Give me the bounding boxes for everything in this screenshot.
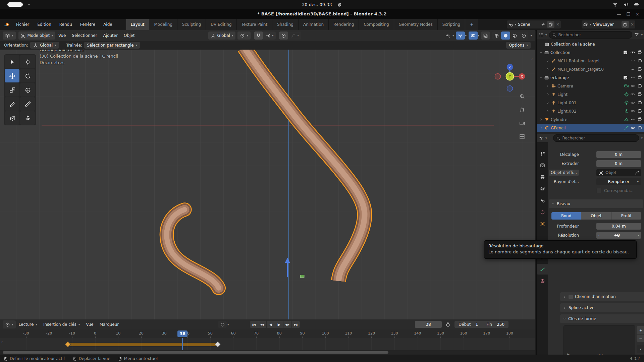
workspace-tab-layout[interactable]: Layout [126, 19, 150, 30]
toggle-grid-icon[interactable] [517, 131, 527, 141]
transform-orientation-dropdown[interactable]: Global▾ [208, 32, 236, 40]
volume-icon[interactable] [623, 2, 629, 7]
outliner-item-label[interactable]: Cylindre [551, 117, 623, 122]
new-viewlayer-button[interactable] [622, 21, 629, 28]
rotate-tool-button[interactable] [20, 69, 35, 82]
camera-render-icon[interactable] [638, 92, 643, 97]
properties-tab-object-data[interactable] [537, 264, 548, 275]
property-slider-extruder[interactable]: 0 m [596, 160, 641, 167]
system-tray[interactable] [612, 0, 639, 9]
jump-start-button[interactable]: ▮◀ [250, 321, 258, 328]
outliner-item-label[interactable]: Collection de la scène [551, 42, 641, 47]
minimize-button[interactable]: — [616, 12, 621, 17]
viewlayer-name[interactable]: ViewLayer [593, 22, 620, 27]
workspace-tab-geometry-nodes[interactable]: Geometry Nodes [394, 19, 438, 30]
navigation-gizmo[interactable]: Z X Y [490, 57, 529, 96]
current-frame-field[interactable]: 38 [415, 321, 442, 328]
drag-mode-dropdown[interactable]: Sélection par rectangle ▾ [84, 42, 140, 49]
auto-keying-toggle[interactable] [218, 321, 227, 328]
channel-expand-arrow[interactable]: › [1, 340, 3, 344]
properties-tab-tool[interactable] [537, 148, 548, 159]
bevel-panel-header[interactable]: Biseau [549, 199, 643, 208]
panel-section-chemin-d-animation[interactable]: Chemin d’animation:::: [560, 292, 644, 301]
proportional-editing-toggle[interactable] [279, 32, 288, 40]
workspace-tab-uv-editing[interactable]: UV Editing [206, 19, 237, 30]
expand-icon[interactable] [546, 84, 550, 88]
play-reverse-button[interactable]: ◀ [267, 321, 275, 328]
battery-icon[interactable] [634, 2, 639, 7]
frame-end-field[interactable]: Fin250 [482, 322, 508, 327]
viewport-menu-sélectionner[interactable]: Sélectionner [69, 33, 100, 38]
system-clock-area[interactable]: 30 déc. 09:33 [0, 0, 644, 9]
expand-icon[interactable] [546, 109, 550, 113]
add-cube-tool-button[interactable] [5, 111, 19, 125]
collapse-icon[interactable] [539, 76, 543, 79]
next-keyframe-button[interactable]: ◆▶ [283, 321, 291, 328]
jump-end-button[interactable]: ▶▮ [292, 321, 300, 328]
transform-tool-button[interactable] [20, 83, 35, 97]
scene-name[interactable]: Scene [518, 22, 539, 27]
pan-hand-icon[interactable] [517, 105, 527, 115]
xray-toggle[interactable] [481, 32, 490, 40]
outliner-item-label[interactable]: GPencil [551, 126, 623, 130]
workspace-tab-animation[interactable]: Animation [299, 19, 329, 30]
outliner-row-eclairage[interactable]: eclairage [537, 73, 644, 82]
playhead-badge[interactable]: 38 [177, 330, 187, 337]
properties-tab-material[interactable] [537, 276, 548, 286]
cursor-tool-button[interactable] [20, 55, 35, 68]
close-button[interactable]: ✕ [636, 12, 639, 17]
outliner-row-collection-de-la-sc-ne[interactable]: Collection de la scène [537, 40, 644, 48]
viewlayer-selector[interactable]: ▾ ViewLayer ✕ [582, 20, 635, 28]
new-scene-button[interactable] [547, 21, 554, 28]
filter-icon[interactable] [634, 33, 639, 37]
keyframe-diamond[interactable] [65, 341, 71, 347]
properties-tab-output[interactable] [537, 172, 548, 182]
properties-editor-icon[interactable] [539, 136, 543, 140]
menu-rendu[interactable]: Rendu [55, 19, 76, 30]
wifi-icon[interactable] [612, 2, 618, 7]
visibility-eye-icon[interactable] [630, 50, 635, 55]
collapse-icon[interactable] [539, 51, 543, 54]
properties-tab-scene[interactable] [537, 195, 548, 206]
outliner-editor-icon[interactable] [539, 33, 543, 37]
timeline-ruler[interactable]: -30-20-100102030405060708090100110120130… [0, 329, 535, 339]
frame-start-field[interactable]: Début1 [454, 322, 482, 327]
camera-render-icon[interactable] [638, 83, 643, 88]
expand-icon[interactable] [546, 67, 550, 71]
outliner-row-light-002[interactable]: Light.002 [537, 107, 644, 115]
camera-view-icon[interactable] [517, 118, 527, 128]
property-dropdown-rayon-d-ef-[interactable]: Remplacer▾ [596, 178, 641, 185]
add-shape-key-button[interactable]: ＋ [637, 326, 644, 334]
workspace-tab-rendering[interactable]: Rendering [329, 19, 359, 30]
outliner-row-mch-rotation-target[interactable]: MCH_Rotation_target [537, 57, 644, 65]
outliner-row-cylindre[interactable]: Cylindre [537, 115, 644, 124]
checkbox-icon[interactable] [569, 295, 573, 299]
camera-render-icon[interactable] [638, 109, 643, 114]
property-slider-profondeur[interactable]: 0.04 m [596, 223, 641, 230]
outliner-row-gpencil[interactable]: GPencil [537, 124, 644, 132]
move-tool-button[interactable] [5, 69, 19, 82]
shading-wireframe-button[interactable] [492, 32, 501, 40]
workspace-tab-modeling[interactable]: Modeling [149, 19, 177, 30]
options-dropdown[interactable]: Options ▾ [506, 42, 531, 49]
visibility-eye-icon[interactable] [630, 92, 635, 97]
outliner-item-label[interactable]: MCH_Rotation_target [557, 59, 629, 63]
timeline-editor-dropdown[interactable]: ▾ [3, 320, 16, 328]
zoom-icon[interactable] [517, 91, 527, 101]
snap-toggle[interactable] [254, 32, 263, 40]
scene-selector[interactable]: ▾ Scene ✕ [507, 20, 561, 28]
workspace-tab-scripting[interactable]: Scripting [438, 19, 465, 30]
properties-search-input[interactable]: Rechercher [553, 134, 639, 142]
timeline-menu-marqueur[interactable]: Marqueur [97, 322, 122, 327]
show-overlays-toggle[interactable] [469, 32, 478, 40]
menu-aide[interactable]: Aide [99, 19, 116, 30]
expand-icon[interactable] [546, 101, 550, 105]
visibility-eye-icon[interactable] [630, 100, 635, 105]
timeline-menu-lecture[interactable]: Lecture▾ [16, 322, 40, 327]
panel-section-spline-active[interactable]: Spline active:::: [560, 303, 644, 312]
outliner-row-light-001[interactable]: Light.001 [537, 99, 644, 107]
visibility-dropdown[interactable]: ▾ [443, 32, 454, 40]
expand-icon[interactable] [546, 93, 550, 96]
visibility-eye-icon[interactable] [630, 58, 635, 63]
outliner-row-collection[interactable]: Collection [537, 48, 644, 57]
